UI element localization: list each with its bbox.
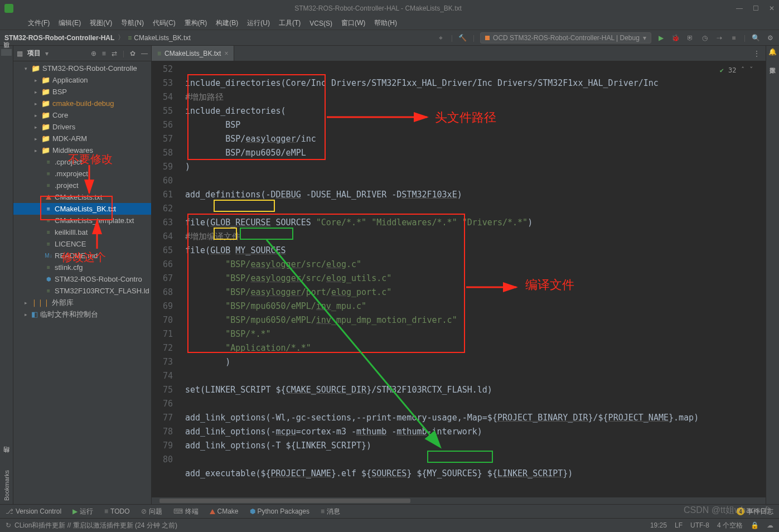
- search-icon[interactable]: 🔍: [751, 33, 760, 42]
- tree-scratch[interactable]: ▸◧临时文件和控制台: [13, 308, 151, 320]
- tool-messages[interactable]: ≡消息: [321, 507, 340, 516]
- status-lock-icon[interactable]: 🔒: [751, 521, 759, 529]
- run-config-selector[interactable]: OCD STM32-ROS-Robot-Controller-HAL | Deb…: [480, 32, 651, 43]
- chevron-down-icon[interactable]: ▾: [45, 50, 49, 57]
- status-spaces[interactable]: 4 个空格: [717, 521, 743, 530]
- tree-folder[interactable]: ▸📁Middlewares: [13, 144, 151, 156]
- status-pos[interactable]: 19:25: [650, 521, 667, 529]
- minimize-button[interactable]: —: [736, 4, 743, 12]
- editor-tabs: ≡ CMakeLists_BK.txt × ⋮: [152, 46, 766, 61]
- status-update-icon[interactable]: ↻: [6, 521, 11, 529]
- menu-refactor[interactable]: 重构(R): [185, 18, 207, 28]
- settings-icon[interactable]: ⚙: [766, 33, 775, 42]
- close-button[interactable]: ✕: [769, 4, 775, 12]
- left-tab-structure[interactable]: 结构: [1, 454, 12, 461]
- tree-file[interactable]: ≡stlink.cfg: [13, 262, 151, 273]
- coverage-button[interactable]: ⛨: [686, 33, 695, 42]
- horizontal-scrollbar[interactable]: [152, 497, 766, 504]
- tree-file[interactable]: ≡.cproject: [13, 156, 151, 168]
- tool-cmake[interactable]: CMake: [210, 507, 239, 515]
- left-tab-bookmarks[interactable]: Bookmarks: [2, 467, 11, 504]
- menu-code[interactable]: 代码(C): [153, 18, 176, 28]
- tree-file[interactable]: ≡STM32F103RCTX_FLASH.ld: [13, 285, 151, 297]
- tree-file-cmakelists[interactable]: CMakeLists.txt: [13, 191, 151, 203]
- expand-icon[interactable]: ⇄: [112, 50, 117, 57]
- tool-vcs[interactable]: ⎇Version Control: [6, 507, 61, 515]
- menu-run[interactable]: 运行(U): [247, 18, 270, 28]
- menu-tools[interactable]: 工具(T): [279, 18, 301, 28]
- stop-button[interactable]: ■: [729, 33, 738, 42]
- menu-vcs[interactable]: VCS(S): [309, 20, 332, 27]
- settings-icon[interactable]: ✿: [130, 50, 136, 57]
- notifications-icon[interactable]: 🔔: [768, 48, 777, 56]
- hide-icon[interactable]: —: [141, 50, 148, 57]
- tree-folder[interactable]: ▸📁Drivers: [13, 121, 151, 133]
- tool-python[interactable]: ⬢Python Packages: [250, 507, 309, 515]
- tool-terminal[interactable]: ⌨终端: [173, 507, 199, 516]
- run-button[interactable]: ▶: [657, 33, 666, 42]
- menu-file[interactable]: 文件(F): [28, 18, 50, 28]
- tool-run[interactable]: ▶运行: [72, 507, 93, 516]
- chevron-down-icon[interactable]: ˇ: [749, 64, 753, 78]
- project-sidebar: ▦ 项目 ▾ ⊕ ≡ ⇄ | ✿ — ▾📁STM32-ROS-Robot-Con…: [13, 46, 152, 504]
- app-logo: [4, 4, 13, 13]
- profile-button[interactable]: ◷: [700, 33, 709, 42]
- menu-view[interactable]: 视图(V): [90, 18, 112, 28]
- tool-todo[interactable]: ≡TODO: [104, 507, 129, 515]
- sep: |: [451, 34, 453, 42]
- hammer-icon[interactable]: 🔨: [458, 33, 467, 42]
- code-editor[interactable]: 5253545556575859606162636465666768697071…: [152, 61, 766, 497]
- tree-file-cmakelists-bk[interactable]: ≡CMakeLists_BK.txt: [13, 203, 151, 215]
- tree-file[interactable]: ≡CMakeLists_template.txt: [13, 215, 151, 226]
- collapse-icon[interactable]: ≡: [102, 50, 106, 57]
- statusbar: ↻ CLion和插件更新 // 重启以激活插件更新 (24 分钟 之前) 19:…: [0, 518, 779, 532]
- tree-root[interactable]: ▾📁STM32-ROS-Robot-Controlle: [13, 62, 151, 74]
- tool-problems[interactable]: ⊘问题: [141, 507, 162, 516]
- inspection-widget[interactable]: ✔ 32 ˆ ˇ: [720, 64, 753, 78]
- editor-area: ≡ CMakeLists_BK.txt × ⋮ 5253545556575859…: [152, 46, 766, 504]
- check-icon: ✔: [720, 64, 724, 78]
- status-cloud-icon[interactable]: ☁: [767, 521, 773, 529]
- annotation-arrow: [91, 221, 103, 254]
- maximize-button[interactable]: ☐: [753, 4, 759, 12]
- tree-folder[interactable]: ▸📁Application: [13, 74, 151, 86]
- tree-folder[interactable]: ▸📁MDK-ARM: [13, 133, 151, 144]
- chevron-up-icon[interactable]: ˆ: [741, 64, 745, 78]
- more-tabs-icon[interactable]: ⋮: [748, 50, 766, 57]
- tree-folder-cmake[interactable]: ▸📁cmake-build-debug: [13, 98, 151, 109]
- close-tab-icon[interactable]: ×: [224, 50, 228, 57]
- annotation-arrow: [84, 165, 95, 199]
- right-tab-db[interactable]: 数据库: [767, 59, 778, 66]
- menu-window[interactable]: 窗口(W): [341, 18, 365, 28]
- compass-icon[interactable]: ⌖: [437, 33, 446, 42]
- breadcrumb-project[interactable]: STM32-ROS-Robot-Controller-HAL: [4, 34, 114, 42]
- debug-button[interactable]: 🐞: [671, 33, 680, 42]
- sidebar-header: ▦ 项目 ▾ ⊕ ≡ ⇄ | ✿ —: [13, 46, 151, 61]
- bottom-toolbar: ⎇Version Control ▶运行 ≡TODO ⊘问题 ⌨终端 CMake…: [0, 504, 779, 518]
- menu-edit[interactable]: 编辑(E): [59, 18, 81, 28]
- menu-build[interactable]: 构建(B): [216, 18, 238, 28]
- menu-nav[interactable]: 导航(N): [121, 18, 144, 28]
- tab-label: CMakeLists_BK.txt: [164, 50, 221, 57]
- attach-button[interactable]: ⇢: [715, 33, 724, 42]
- breadcrumb-file[interactable]: ≡ CMakeLists_BK.txt: [128, 34, 190, 42]
- tree-file-readme[interactable]: M↓README.md: [13, 250, 151, 262]
- tree-file[interactable]: ≡LICENCE: [13, 238, 151, 250]
- tree-file[interactable]: ≡.mxproject: [13, 168, 151, 180]
- tree-ext-lib[interactable]: ▸❘❘❘外部库: [13, 297, 151, 308]
- tree-file[interactable]: ≡keilkilll.bat: [13, 226, 151, 238]
- breadcrumb-sep: 〉: [118, 33, 124, 42]
- target-icon[interactable]: ⊕: [91, 50, 96, 57]
- tree-file[interactable]: ≡.project: [13, 180, 151, 191]
- left-tab-project[interactable]: 项目: [1, 49, 12, 56]
- tree-folder[interactable]: ▸📁BSP: [13, 86, 151, 98]
- status-lf[interactable]: LF: [675, 521, 683, 529]
- tree-file-ioc[interactable]: ⬢STM32-ROS-Robot-Contro: [13, 273, 151, 285]
- editor-tab[interactable]: ≡ CMakeLists_BK.txt ×: [152, 46, 234, 61]
- scrollbar-thumb[interactable]: [159, 499, 410, 503]
- tree-folder[interactable]: ▸📁Core: [13, 109, 151, 121]
- project-tree[interactable]: ▾📁STM32-ROS-Robot-Controlle ▸📁Applicatio…: [13, 61, 151, 504]
- status-enc[interactable]: UTF-8: [690, 521, 709, 529]
- status-message[interactable]: CLion和插件更新 // 重启以激活插件更新 (24 分钟 之前): [14, 521, 177, 530]
- menu-help[interactable]: 帮助(H): [374, 18, 397, 28]
